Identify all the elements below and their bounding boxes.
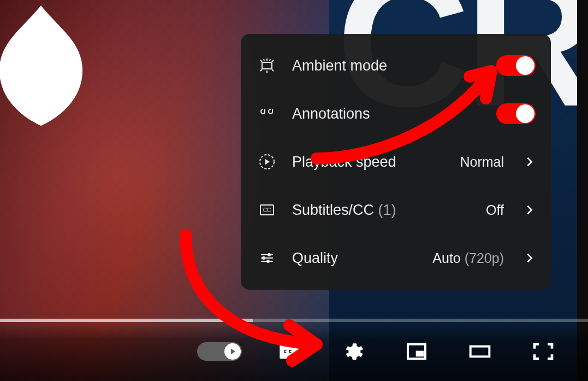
svg-line-3 (260, 60, 262, 62)
svg-line-9 (272, 69, 274, 71)
theater-mode-button[interactable] (465, 336, 495, 367)
captions-button[interactable] (275, 336, 305, 367)
quality-icon (256, 247, 278, 269)
menu-item-playback-speed[interactable]: Playback speed Normal (241, 138, 551, 186)
svg-line-8 (260, 69, 262, 71)
player-controls (0, 322, 588, 381)
ambient-mode-icon (256, 55, 278, 77)
menu-item-annotations[interactable]: Annotations (241, 90, 551, 138)
settings-button[interactable] (338, 336, 369, 367)
ambient-mode-toggle[interactable] (496, 55, 536, 76)
chevron-right-icon (524, 252, 536, 264)
annotations-toggle[interactable] (496, 103, 536, 124)
menu-item-subtitles[interactable]: CC Subtitles/CC (1) Off (241, 186, 551, 234)
svg-point-17 (268, 253, 271, 256)
svg-rect-2 (262, 62, 272, 69)
subtitles-icon: CC (256, 199, 278, 221)
svg-text:CC: CC (263, 207, 271, 213)
settings-menu: Ambient mode Annotations Playback speed … (241, 34, 551, 290)
svg-point-19 (266, 260, 270, 263)
chevron-right-icon (524, 204, 536, 216)
menu-item-label: Subtitles/CC (1) (292, 202, 472, 219)
fullscreen-button[interactable] (528, 336, 559, 367)
svg-line-6 (264, 59, 264, 61)
playback-speed-icon (256, 151, 278, 173)
miniplayer-button[interactable] (401, 336, 432, 367)
menu-item-label: Annotations (292, 105, 482, 122)
svg-point-18 (262, 256, 265, 260)
menu-item-value: Normal (460, 154, 504, 170)
autoplay-toggle[interactable] (197, 342, 242, 361)
annotations-icon (256, 103, 278, 125)
svg-line-4 (272, 60, 274, 62)
menu-item-label: Ambient mode (292, 57, 482, 74)
svg-rect-1 (471, 347, 490, 357)
svg-rect-0 (416, 351, 424, 357)
menu-item-value: Off (486, 202, 504, 218)
menu-item-label: Quality (292, 250, 418, 267)
video-overlay-logo (0, 5, 87, 126)
menu-item-quality[interactable]: Quality Auto (720p) (241, 234, 551, 282)
chevron-right-icon (524, 156, 536, 168)
svg-line-7 (270, 59, 270, 61)
menu-item-ambient-mode[interactable]: Ambient mode (241, 42, 551, 90)
menu-item-value: Auto (720p) (432, 250, 504, 266)
menu-item-label: Playback speed (292, 154, 446, 171)
